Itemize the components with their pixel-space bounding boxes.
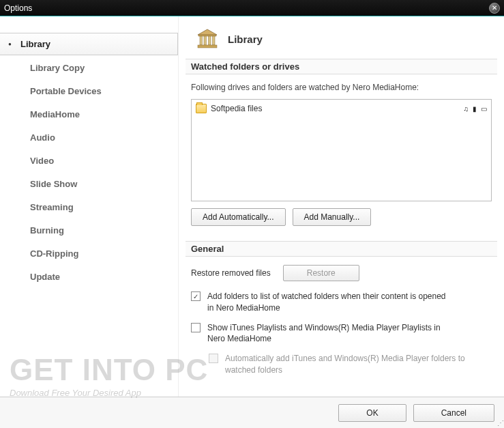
cancel-button[interactable]: Cancel bbox=[413, 404, 494, 422]
close-button[interactable]: ✕ bbox=[489, 3, 500, 14]
sidebar-item-cd-ripping[interactable]: CD-Ripping bbox=[0, 243, 178, 264]
sidebar-item-burning[interactable]: Burning bbox=[0, 220, 178, 241]
sidebar-item-slide-show[interactable]: Slide Show bbox=[0, 173, 178, 195]
svg-marker-0 bbox=[198, 29, 217, 35]
sidebar: Library Library Copy Portable Devices Me… bbox=[0, 16, 179, 412]
checkbox-add-folders[interactable]: ✓ bbox=[191, 291, 201, 301]
sidebar-item-update[interactable]: Update bbox=[0, 266, 178, 287]
checkbox-auto-add-playlists-label: Automatically add iTunes and Windows(R) … bbox=[225, 353, 471, 376]
svg-rect-4 bbox=[209, 36, 211, 45]
sidebar-item-library-copy[interactable]: Library Copy bbox=[0, 57, 178, 79]
svg-rect-1 bbox=[198, 35, 216, 36]
watched-folders-list[interactable]: Softpedia files ♫ ▮ ▭ bbox=[191, 99, 492, 201]
music-icon: ♫ bbox=[464, 105, 469, 113]
svg-rect-6 bbox=[198, 45, 217, 48]
close-icon: ✕ bbox=[492, 5, 497, 12]
svg-rect-2 bbox=[200, 36, 203, 45]
svg-rect-5 bbox=[213, 36, 216, 45]
sidebar-item-audio[interactable]: Audio bbox=[0, 127, 178, 148]
section-header-general: General bbox=[186, 241, 497, 257]
checkbox-show-playlists[interactable] bbox=[191, 323, 201, 332]
ok-button[interactable]: OK bbox=[338, 404, 406, 422]
window-title: Options bbox=[4, 3, 32, 13]
sidebar-item-library[interactable]: Library bbox=[0, 33, 178, 55]
restore-button[interactable]: Restore bbox=[283, 265, 359, 281]
page-title: Library bbox=[228, 33, 263, 45]
video-icon: ▮ bbox=[473, 105, 477, 113]
footer: OK Cancel ⋰ bbox=[0, 397, 504, 428]
folder-row[interactable]: Softpedia files ♫ ▮ ▭ bbox=[196, 104, 487, 113]
restore-label: Restore removed files bbox=[191, 268, 271, 278]
library-icon bbox=[196, 29, 218, 49]
sidebar-item-video[interactable]: Video bbox=[0, 150, 178, 171]
section-header-watched: Watched folders or drives bbox=[186, 59, 497, 74]
add-manually-button[interactable]: Add Manually... bbox=[293, 208, 372, 226]
add-automatically-button[interactable]: Add Automatically... bbox=[191, 208, 286, 226]
sidebar-item-streaming[interactable]: Streaming bbox=[0, 197, 178, 218]
folder-name: Softpedia files bbox=[211, 104, 262, 113]
resize-grip[interactable]: ⋰ bbox=[497, 419, 503, 427]
photo-icon: ▭ bbox=[481, 105, 487, 113]
folder-icon bbox=[196, 104, 207, 113]
checkbox-auto-add-playlists bbox=[209, 354, 218, 363]
main-panel: Library Watched folders or drives Follow… bbox=[179, 16, 504, 412]
checkbox-add-folders-label: Add folders to list of watched folders w… bbox=[207, 291, 453, 314]
watched-description: Following drives and folders are watched… bbox=[186, 83, 497, 92]
sidebar-item-portable-devices[interactable]: Portable Devices bbox=[0, 81, 178, 102]
checkbox-show-playlists-label: Show iTunes Playlists and Windows(R) Med… bbox=[207, 322, 453, 345]
titlebar: Options ✕ bbox=[0, 0, 504, 16]
sidebar-item-mediahome[interactable]: MediaHome bbox=[0, 104, 178, 125]
svg-rect-3 bbox=[204, 36, 207, 45]
